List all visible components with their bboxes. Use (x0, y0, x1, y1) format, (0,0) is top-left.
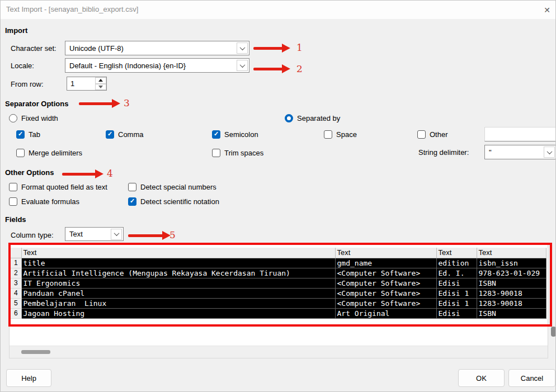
checkbox-merge-delimiters[interactable]: Merge delimiters (16, 148, 82, 157)
character-set-select[interactable]: Unicode (UTF-8) (65, 41, 249, 55)
chevron-down-icon[interactable] (237, 60, 248, 71)
radio-icon (9, 114, 17, 122)
annotation-arrow-4 (62, 169, 103, 178)
radio-icon (285, 114, 293, 122)
table-cell[interactable]: <Computer Software> (335, 288, 436, 298)
checkbox-label: Evaluate formulas (21, 197, 79, 206)
checkbox-trim-spaces[interactable]: Trim spaces (212, 148, 263, 157)
annotation-arrow-2 (253, 64, 290, 73)
row-number[interactable]: 5 (11, 298, 21, 308)
table-cell[interactable]: <Computer Software> (335, 278, 436, 288)
annotation-arrow-5 (128, 231, 171, 240)
spin-up-button[interactable] (95, 77, 106, 84)
table-cell[interactable]: Jagoan Hosting (21, 308, 335, 318)
checkbox-icon (417, 130, 426, 139)
checkbox-space[interactable]: Space (324, 130, 357, 139)
vertical-scrollbar-thumb[interactable] (551, 327, 556, 337)
checkbox-comma[interactable]: Comma (106, 130, 144, 139)
from-row-stepper[interactable]: 1 (67, 77, 107, 91)
table-row: 5Pembelajaran Linux<Computer Software>Ed… (11, 298, 546, 308)
table-cell[interactable]: 978-623-01-029 (477, 268, 546, 278)
locale-value: Default - English (Indonesia) {en-ID} (65, 62, 237, 70)
string-delimiter-label: String delimiter: (418, 148, 469, 157)
chevron-down-icon[interactable] (111, 229, 122, 240)
checkbox-semicolon[interactable]: Semicolon (212, 130, 258, 139)
spin-down-button[interactable] (95, 84, 106, 91)
separator-options-heading: Separator Options (5, 100, 68, 108)
table-cell[interactable]: 1283-90018 (477, 298, 546, 308)
table-cell[interactable]: title (21, 258, 335, 268)
column-header[interactable]: Text (436, 248, 477, 258)
help-button[interactable]: Help (6, 369, 51, 387)
checkbox-icon (212, 130, 220, 139)
row-number[interactable]: 4 (11, 288, 21, 298)
titlebar: Text Import - [senayan_biblio_export.csv… (1, 1, 555, 19)
table-cell[interactable]: isbn_issn (477, 258, 546, 268)
table-cell[interactable]: gmd_name (335, 258, 436, 268)
table-cell[interactable]: Art Original (335, 308, 436, 318)
checkbox-label: Detect special numbers (140, 183, 216, 191)
checkbox-icon (212, 149, 220, 157)
cancel-button[interactable]: Cancel (508, 369, 555, 387)
table-cell[interactable]: Edisi 1 (436, 288, 477, 298)
table-cell[interactable]: <Computer Software> (335, 298, 436, 308)
table-cell[interactable]: ISBN (477, 278, 546, 288)
row-number[interactable]: 2 (11, 268, 21, 278)
preview-table: TextTextTextText 1titlegmd_nameeditionis… (11, 248, 546, 319)
column-type-label: Column type: (11, 231, 54, 239)
table-cell[interactable]: edition (436, 258, 477, 268)
checkbox-tab[interactable]: Tab (16, 130, 40, 139)
checkbox-label: Space (336, 130, 357, 139)
close-icon[interactable]: ✕ (541, 4, 553, 16)
fields-heading: Fields (5, 215, 26, 224)
radio-separated-by[interactable]: Separated by (285, 114, 340, 122)
table-row: 3IT Ergonomics<Computer Software>EdisiIS… (11, 278, 546, 288)
table-cell[interactable]: Ed. I. (436, 268, 477, 278)
annotation-number-1: 1 (296, 42, 303, 53)
column-header[interactable]: Text (335, 248, 436, 258)
column-header[interactable]: Text (477, 248, 546, 258)
checkbox-label: Tab (29, 130, 40, 139)
checkbox-icon (16, 149, 25, 157)
from-row-label: From row: (11, 80, 44, 88)
checkbox-format-quoted-field[interactable]: Format quoted field as text (9, 182, 107, 191)
row-number[interactable]: 3 (11, 278, 21, 288)
chevron-down-icon[interactable] (544, 147, 555, 158)
table-cell[interactable]: Edisi 1 (436, 298, 477, 308)
radio-fixed-width[interactable]: Fixed width (9, 114, 58, 122)
table-cell[interactable]: Edisi (436, 308, 477, 318)
table-cell[interactable]: Edisi (436, 278, 477, 288)
table-cell[interactable]: IT Ergonomics (21, 278, 335, 288)
table-cell[interactable]: Panduan cPanel (21, 288, 335, 298)
checkbox-other[interactable]: Other (417, 130, 448, 139)
annotation-number-2: 2 (296, 63, 303, 74)
ok-button[interactable]: OK (458, 369, 505, 387)
checkbox-detect-scientific[interactable]: Detect scientific notation (128, 197, 219, 206)
table-row: 2Artificial Intelligence (Mengupas Rekay… (11, 268, 546, 278)
table-cell[interactable]: <Computer Software> (335, 268, 436, 278)
column-header[interactable]: Text (21, 248, 335, 258)
annotation-arrow-3 (79, 99, 120, 108)
checkbox-detect-special-numbers[interactable]: Detect special numbers (128, 182, 216, 191)
other-separator-input[interactable] (484, 127, 556, 141)
row-number[interactable]: 6 (11, 308, 21, 318)
string-delimiter-select[interactable]: " (484, 145, 556, 159)
checkbox-label: Semicolon (224, 130, 258, 139)
horizontal-scrollbar[interactable] (10, 346, 548, 358)
table-cell[interactable]: Pembelajaran Linux (21, 298, 335, 308)
table-cell[interactable]: Artificial Intelligence (Mengupas Rekaya… (21, 268, 335, 278)
horizontal-scrollbar-thumb[interactable] (21, 350, 50, 354)
table-cell[interactable]: ISBN (477, 308, 546, 318)
row-number[interactable]: 1 (11, 258, 21, 268)
annotation-arrow-1 (253, 44, 290, 53)
checkbox-icon (106, 130, 114, 139)
checkbox-evaluate-formulas[interactable]: Evaluate formulas (9, 197, 79, 206)
checkbox-icon (16, 130, 25, 139)
table-row: 4Panduan cPanel<Computer Software>Edisi … (11, 288, 546, 298)
locale-select[interactable]: Default - English (Indonesia) {en-ID} (65, 58, 249, 73)
table-cell[interactable]: 1283-90018 (477, 288, 546, 298)
column-type-select[interactable]: Text (65, 227, 124, 241)
string-delimiter-value: " (485, 148, 544, 157)
chevron-down-icon[interactable] (237, 42, 248, 54)
annotation-number-3: 3 (124, 97, 130, 108)
